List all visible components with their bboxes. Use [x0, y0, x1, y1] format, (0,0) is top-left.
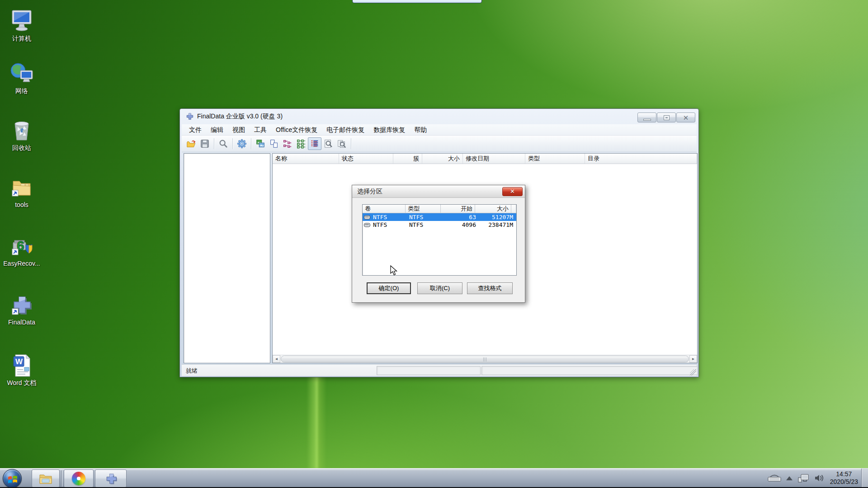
cell-size: 238471M: [478, 221, 515, 228]
zoom-document-icon: [323, 139, 333, 149]
close-button[interactable]: ✕: [676, 113, 695, 122]
menu-database-recovery[interactable]: 数据库恢复: [369, 125, 410, 135]
cell-volume: NTFS: [371, 221, 407, 228]
desktop-icon-recycle-bin[interactable]: 回收站: [0, 117, 43, 151]
desktop-icon-finaldata[interactable]: FinalData: [0, 292, 43, 326]
search-icon: [218, 139, 228, 149]
column-name[interactable]: 名称: [273, 154, 339, 164]
easyrecovery-icon: 6: [9, 233, 34, 259]
word-document-icon: W: [9, 352, 34, 379]
copy-pages-button[interactable]: [267, 137, 281, 150]
select-partition-dialog: 选择分区 ✕ 卷 类型 开始 大小 NTFS NTFS 63 51207M: [352, 185, 525, 303]
clock-date: 2020/5/23: [830, 478, 858, 486]
horizontal-scrollbar[interactable]: ◄ ►: [273, 355, 697, 363]
column-type[interactable]: 类型: [525, 154, 585, 164]
menu-edit[interactable]: 编辑: [206, 125, 228, 135]
cancel-button[interactable]: 取消(C): [417, 282, 462, 294]
partition-list[interactable]: 卷 类型 开始 大小 NTFS NTFS 63 51207M: [362, 204, 517, 276]
open-folder-button[interactable]: [184, 137, 198, 150]
hidden-window-edge[interactable]: [352, 0, 482, 3]
taskbar-browser-button[interactable]: [64, 469, 94, 488]
desktop-icon-tools-folder[interactable]: tools: [0, 174, 43, 208]
cell-volume: NTFS: [371, 214, 407, 221]
maximize-button[interactable]: [657, 113, 676, 122]
desktop-icon-label: 回收站: [0, 144, 43, 151]
find-document-icon: [337, 139, 347, 149]
menu-file[interactable]: 文件: [184, 125, 206, 135]
column-size[interactable]: 大小: [422, 154, 463, 164]
settings-button[interactable]: [235, 137, 249, 150]
desktop-icon-word-document[interactable]: W Word 文档: [0, 352, 43, 386]
find-document-button[interactable]: [335, 137, 349, 150]
image-view-button[interactable]: [254, 137, 267, 150]
dialog-close-button[interactable]: ✕: [502, 187, 523, 196]
toolbar-separator: [351, 138, 351, 149]
resize-grip[interactable]: [690, 369, 696, 375]
mouse-cursor: [390, 265, 398, 276]
column-start[interactable]: 开始: [441, 205, 475, 213]
finaldata-icon: [104, 472, 118, 485]
desktop-icon-easyrecovery[interactable]: 6 EasyRecov...: [0, 233, 43, 267]
taskbar-explorer-button[interactable]: [32, 469, 60, 488]
large-icons-view-button[interactable]: [294, 137, 308, 150]
partition-row[interactable]: NTFS NTFS 4096 238471M: [363, 221, 516, 229]
search-button[interactable]: [217, 137, 230, 150]
small-icons-view-button[interactable]: [281, 137, 294, 150]
zoom-document-button[interactable]: [321, 137, 335, 150]
details-view-button[interactable]: [308, 137, 321, 150]
column-cluster[interactable]: 簇: [393, 154, 422, 164]
column-type[interactable]: 类型: [406, 205, 441, 213]
taskbar-finaldata-button[interactable]: [95, 469, 127, 488]
input-keyboard-icon[interactable]: [768, 474, 781, 482]
column-directory[interactable]: 目录: [585, 154, 697, 164]
show-hidden-icons-button[interactable]: [786, 476, 793, 480]
cell-type: NTFS: [407, 221, 443, 228]
volume-icon[interactable]: [814, 474, 825, 483]
browser-icon: [72, 472, 85, 485]
column-volume[interactable]: 卷: [363, 205, 406, 213]
copy-pages-icon: [269, 139, 279, 149]
menu-office-recovery[interactable]: Office文件恢复: [271, 125, 322, 135]
window-titlebar[interactable]: FinalData 企业版 v3.0 (硬盘 3) ✕: [180, 109, 698, 124]
partition-list-header: 卷 类型 开始 大小: [363, 205, 516, 213]
column-modified-date[interactable]: 修改日期: [463, 154, 525, 164]
menu-email-recovery[interactable]: 电子邮件恢复: [322, 125, 369, 135]
scroll-right-arrow[interactable]: ►: [689, 355, 697, 363]
desktop-icon-network[interactable]: 网络: [0, 61, 43, 94]
show-desktop-button[interactable]: [861, 469, 868, 488]
menu-help[interactable]: 帮助: [410, 125, 431, 135]
finaldata-app-icon: [185, 113, 194, 121]
network-status-icon[interactable]: [797, 474, 809, 483]
find-format-button[interactable]: 查找格式: [467, 282, 513, 294]
start-button[interactable]: [3, 469, 22, 488]
directory-tree-pane[interactable]: [184, 153, 270, 363]
scroll-left-arrow[interactable]: ◄: [273, 355, 280, 363]
disk-icon: [364, 215, 371, 220]
taskbar-divider: [61, 470, 62, 487]
status-panel: [377, 366, 481, 375]
partition-row-selected[interactable]: NTFS NTFS 63 51207M: [363, 213, 516, 221]
column-filler: [511, 205, 516, 213]
open-folder-icon: [186, 139, 196, 149]
ok-button[interactable]: 确定(O): [367, 282, 411, 294]
column-status[interactable]: 状态: [339, 154, 393, 164]
status-panel: [481, 366, 698, 375]
desktop-icon-computer[interactable]: 计算机: [0, 8, 43, 42]
column-size[interactable]: 大小: [475, 205, 511, 213]
scrollbar-thumb[interactable]: [281, 356, 689, 362]
desktop-icon-label: 计算机: [0, 35, 43, 42]
desktop-icon-label: EasyRecov...: [0, 260, 43, 267]
save-button[interactable]: [198, 137, 212, 150]
minimize-icon: [643, 119, 651, 121]
finaldata-icon: [9, 292, 34, 318]
taskbar: 14:57 2020/5/23: [0, 468, 868, 488]
menu-tools[interactable]: 工具: [250, 125, 271, 135]
minimize-button[interactable]: [637, 113, 656, 122]
toolbar-separator: [251, 138, 251, 149]
taskbar-clock[interactable]: 14:57 2020/5/23: [830, 470, 860, 486]
recycle-bin-icon: [9, 117, 34, 144]
dialog-titlebar[interactable]: 选择分区 ✕: [352, 185, 525, 198]
menu-view[interactable]: 视图: [228, 125, 250, 135]
explorer-folder-icon: [38, 472, 53, 485]
toolbar: [182, 136, 697, 152]
